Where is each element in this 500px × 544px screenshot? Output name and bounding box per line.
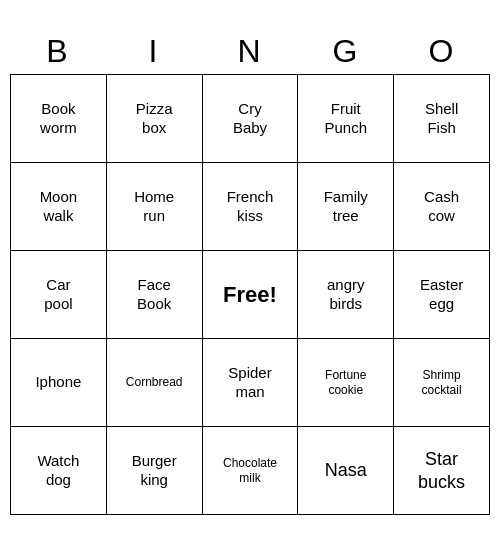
bingo-cell-8: Familytree bbox=[298, 163, 394, 251]
bingo-cell-20: Watchdog bbox=[11, 427, 107, 515]
bingo-cell-7: Frenchkiss bbox=[203, 163, 299, 251]
bingo-cell-23: Nasa bbox=[298, 427, 394, 515]
header-letter-o: O bbox=[394, 29, 490, 74]
bingo-cell-2: CryBaby bbox=[203, 75, 299, 163]
bingo-cell-21: Burgerking bbox=[107, 427, 203, 515]
bingo-grid: BookwormPizzaboxCryBabyFruitPunchShellFi… bbox=[10, 74, 490, 515]
bingo-card: BINGO BookwormPizzaboxCryBabyFruitPunchS… bbox=[10, 29, 490, 515]
bingo-cell-22: Chocolatemilk bbox=[203, 427, 299, 515]
bingo-cell-3: FruitPunch bbox=[298, 75, 394, 163]
bingo-cell-5: Moonwalk bbox=[11, 163, 107, 251]
bingo-cell-17: Spiderman bbox=[203, 339, 299, 427]
bingo-cell-14: Easteregg bbox=[394, 251, 490, 339]
header-letter-n: N bbox=[202, 29, 298, 74]
header-letter-i: I bbox=[106, 29, 202, 74]
bingo-cell-24: Starbucks bbox=[394, 427, 490, 515]
bingo-cell-9: Cashcow bbox=[394, 163, 490, 251]
bingo-cell-18: Fortunecookie bbox=[298, 339, 394, 427]
bingo-cell-19: Shrimpcocktail bbox=[394, 339, 490, 427]
bingo-cell-1: Pizzabox bbox=[107, 75, 203, 163]
bingo-cell-6: Homerun bbox=[107, 163, 203, 251]
header-letter-g: G bbox=[298, 29, 394, 74]
bingo-cell-12: Free! bbox=[203, 251, 299, 339]
bingo-cell-4: ShellFish bbox=[394, 75, 490, 163]
bingo-cell-11: FaceBook bbox=[107, 251, 203, 339]
bingo-cell-10: Carpool bbox=[11, 251, 107, 339]
bingo-cell-13: angrybirds bbox=[298, 251, 394, 339]
bingo-cell-0: Bookworm bbox=[11, 75, 107, 163]
bingo-cell-16: Cornbread bbox=[107, 339, 203, 427]
header-letter-b: B bbox=[10, 29, 106, 74]
bingo-cell-15: Iphone bbox=[11, 339, 107, 427]
bingo-header: BINGO bbox=[10, 29, 490, 74]
